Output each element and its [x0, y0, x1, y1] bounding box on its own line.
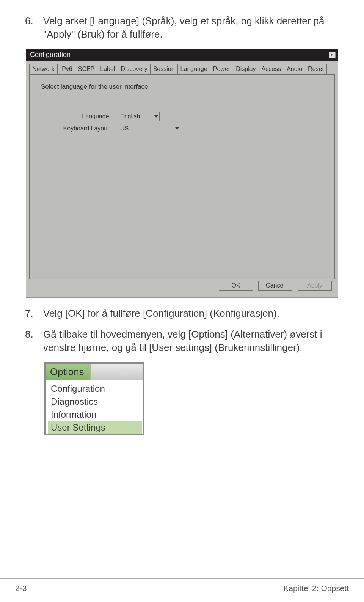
tab-discovery[interactable]: Discovery	[118, 64, 150, 74]
tab-display[interactable]: Display	[233, 64, 259, 74]
step-8: 8. Gå tilbake til hovedmenyen, velg [Opt…	[25, 328, 339, 354]
panel-heading: Select language for the user interface	[41, 83, 323, 91]
dialog-button-row: OK Cancel Apply	[29, 279, 335, 294]
menu-item-information[interactable]: Information	[51, 408, 142, 421]
step-7: 7. Velg [OK] for å fullføre [Configurati…	[25, 307, 339, 320]
tab-session[interactable]: Session	[150, 64, 178, 74]
configuration-window: Configuration × Network IPv6 SCEP Label …	[26, 49, 338, 298]
tab-scep[interactable]: SCEP	[75, 64, 98, 74]
step-7-number: 7.	[25, 307, 43, 320]
ok-button[interactable]: OK	[219, 281, 253, 291]
tab-strip: Network IPv6 SCEP Label Discovery Sessio…	[29, 64, 335, 74]
keyboard-label: Keyboard Layout:	[41, 125, 117, 132]
options-menu-title[interactable]: Options	[46, 364, 91, 380]
chevron-down-icon[interactable]	[174, 124, 180, 133]
keyboard-dropdown[interactable]: US	[117, 124, 180, 133]
menu-item-configuration[interactable]: Configuration	[51, 382, 142, 395]
step-8-text: Gå tilbake til hovedmenyen, velg [Option…	[43, 328, 339, 354]
tab-ipv6[interactable]: IPv6	[57, 64, 75, 74]
tab-language[interactable]: Language	[177, 64, 210, 74]
keyboard-row: Keyboard Layout: US	[41, 124, 323, 133]
close-icon[interactable]: ×	[329, 52, 336, 58]
tab-network[interactable]: Network	[29, 64, 58, 74]
cancel-button[interactable]: Cancel	[258, 281, 292, 291]
window-titlebar: Configuration ×	[26, 49, 338, 61]
step-6-text: Velg arket [Language] (Språk), velg et s…	[43, 14, 339, 41]
language-dropdown[interactable]: English	[117, 112, 160, 121]
language-value: English	[117, 112, 153, 121]
keyboard-value: US	[117, 124, 174, 133]
footer-chapter: Kapittel 2: Oppsett	[283, 584, 349, 593]
tab-power[interactable]: Power	[210, 64, 233, 74]
language-label: Language:	[41, 113, 117, 120]
step-7-text: Velg [OK] for å fullføre [Configuration]…	[43, 307, 339, 320]
chevron-down-icon[interactable]	[153, 112, 160, 121]
step-8-number: 8.	[25, 328, 43, 354]
language-panel: Select language for the user interface L…	[29, 74, 335, 279]
footer-divider	[0, 578, 364, 579]
step-6: 6. Velg arket [Language] (Språk), velg e…	[25, 14, 339, 41]
footer-page-number: 2-3	[15, 584, 27, 593]
tab-access[interactable]: Access	[259, 64, 284, 74]
tab-audio[interactable]: Audio	[284, 64, 305, 74]
tab-label[interactable]: Label	[97, 64, 118, 74]
menu-item-diagnostics[interactable]: Diagnostics	[51, 395, 142, 408]
options-menu: Options Configuration Diagnostics Inform…	[44, 362, 144, 435]
language-row: Language: English	[41, 112, 323, 121]
window-title: Configuration	[30, 51, 71, 59]
tab-reset[interactable]: Reset	[305, 64, 327, 74]
menu-item-user-settings[interactable]: User Settings	[48, 421, 142, 434]
apply-button[interactable]: Apply	[298, 281, 332, 291]
page-footer: 2-3 Kapittel 2: Oppsett	[15, 584, 349, 593]
step-6-number: 6.	[25, 14, 43, 41]
